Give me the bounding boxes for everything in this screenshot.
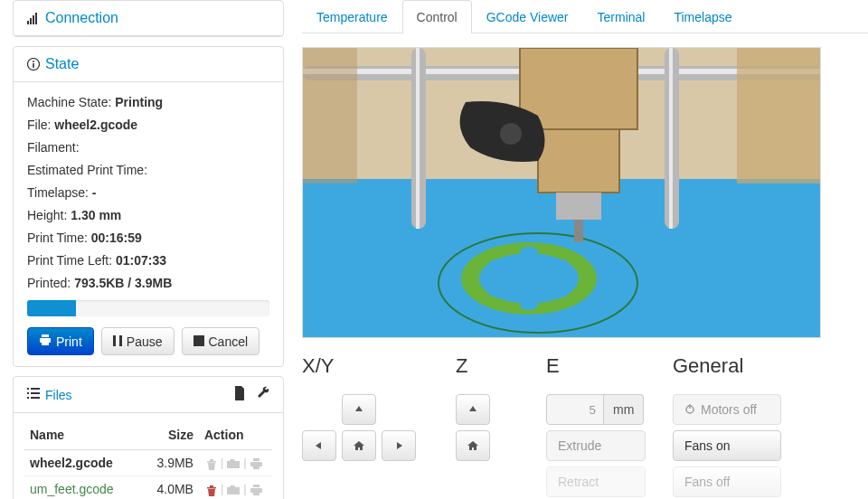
fans-off-button[interactable]: Fans off [673,466,781,497]
z-controls: Z [456,354,519,499]
svg-rect-15 [27,392,29,394]
cancel-button[interactable]: Cancel [182,327,260,355]
connection-heading[interactable]: Connection [14,1,283,36]
motors-off-button[interactable]: Motors off [673,394,781,425]
tab-terminal[interactable]: Terminal [583,0,660,33]
file-size: 4.0MB [137,476,198,500]
x-minus-button[interactable] [302,430,336,461]
svg-rect-21 [253,458,259,461]
file-size: 3.9MB [137,450,198,476]
col-size: Size [137,420,198,450]
state-printed: Printed: 793.5KB / 3.9MB [27,274,269,293]
files-heading[interactable]: Files [27,387,72,402]
state-file: File: wheel2.gcode [27,116,269,135]
pause-button[interactable]: Pause [101,327,175,355]
trash-icon[interactable] [204,458,219,470]
wrench-icon[interactable] [257,386,269,403]
xy-controls: X/Y [302,354,429,499]
svg-rect-24 [207,487,216,489]
fans-on-button[interactable]: Fans on [673,430,781,461]
xy-home-button[interactable] [342,430,376,461]
svg-point-49 [520,301,538,310]
signal-icon [27,12,40,24]
svg-rect-14 [31,388,40,390]
extrude-unit: mm [604,394,644,425]
z-home-button[interactable] [456,430,490,461]
svg-rect-59 [574,220,583,242]
e-controls: E mm Extrude Retract [546,354,646,499]
connection-title: Connection [45,10,118,26]
state-panel: State Machine State: Printing File: whee… [13,46,284,367]
list-icon [27,387,40,402]
svg-rect-7 [42,334,49,337]
col-action: Action [199,420,272,450]
state-filament: Filament: [27,138,269,157]
file-add-icon[interactable] [233,386,246,403]
state-heading[interactable]: State [14,47,283,82]
svg-rect-3 [35,13,37,24]
state-machine: Machine State: Printing [27,93,269,112]
connection-panel: Connection [13,0,284,37]
tab-temperature[interactable]: Temperature [302,0,402,33]
extrude-amount-input[interactable] [546,394,604,425]
extrude-button[interactable]: Extrude [546,430,646,461]
progress-bar [27,300,76,316]
z-plus-button[interactable] [456,394,490,425]
svg-rect-28 [253,492,259,495]
svg-point-47 [552,287,570,297]
print-icon [39,334,52,349]
files-table: Name Size Action wheel2.gcode3.9MB||um_f… [24,420,272,499]
table-row[interactable]: wheel2.gcode3.9MB|| [24,450,272,476]
svg-rect-1 [30,18,32,24]
file-actions: || [199,476,272,500]
svg-rect-6 [33,63,34,68]
svg-rect-20 [210,459,213,461]
svg-rect-61 [737,48,821,184]
state-print-time-left: Print Time Left: 01:07:33 [27,251,269,270]
folder-icon[interactable] [225,485,241,495]
col-name: Name [24,420,137,450]
svg-rect-11 [119,335,122,346]
svg-rect-53 [416,48,420,229]
files-panel: Files Name Size Action wheel [13,376,284,499]
table-row[interactable]: um_feet.gcode4.0MB|| [24,476,272,500]
files-title: Files [45,388,72,402]
file-name: um_feet.gcode [24,476,137,500]
file-actions: || [199,450,272,476]
svg-rect-18 [31,397,40,399]
tab-timelapse[interactable]: Timelapse [659,0,746,33]
state-est: Estimated Print Time: [27,161,269,180]
svg-rect-13 [27,388,29,390]
folder-icon[interactable] [225,458,241,469]
svg-rect-55 [669,48,673,229]
e-title: E [546,354,646,378]
general-controls: General Motors off Fans on Fans off [673,354,799,499]
svg-rect-17 [27,397,29,399]
retract-button[interactable]: Retract [546,466,646,497]
svg-rect-0 [27,21,29,24]
svg-rect-57 [538,129,619,193]
pause-icon [113,334,122,349]
print-icon[interactable] [249,458,264,469]
svg-point-48 [520,247,538,256]
svg-rect-25 [210,485,213,487]
state-timelapse: Timelapse: - [27,184,269,202]
svg-rect-16 [31,392,40,394]
state-print-time: Print Time: 00:16:59 [27,229,269,248]
x-plus-button[interactable] [382,430,416,461]
svg-rect-2 [33,15,34,24]
print-icon[interactable] [249,485,264,495]
webcam-stream [302,47,821,338]
tab-gcode[interactable]: GCode Viewer [472,0,583,33]
svg-rect-26 [253,485,259,487]
state-height: Height: 1.30 mm [27,206,269,225]
state-title: State [45,56,79,72]
svg-point-5 [33,61,34,62]
svg-rect-23 [253,466,259,469]
y-plus-button[interactable] [342,394,376,425]
trash-icon[interactable] [204,485,219,496]
tab-control[interactable]: Control [402,0,472,33]
print-button[interactable]: Print [27,327,94,355]
z-title: Z [456,354,519,378]
svg-rect-12 [193,335,204,346]
